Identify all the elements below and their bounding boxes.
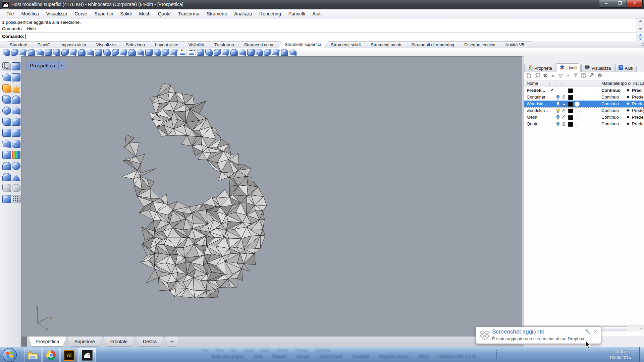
chrome-taskbar-button[interactable] bbox=[42, 348, 60, 362]
torus-srf-icon[interactable] bbox=[2, 107, 11, 115]
filter-layers-icon[interactable] bbox=[573, 73, 578, 79]
blob-srf-icon[interactable] bbox=[12, 162, 20, 170]
layer-material-icon[interactable] bbox=[575, 122, 580, 127]
scroll-down-icon[interactable] bbox=[639, 28, 642, 30]
explode-icon[interactable] bbox=[2, 84, 11, 93]
layer-table-icon[interactable] bbox=[581, 73, 586, 79]
move-up-icon[interactable] bbox=[551, 73, 555, 79]
ray-fan-icon[interactable] bbox=[12, 107, 20, 115]
layer-color-swatch[interactable] bbox=[568, 95, 573, 100]
layer-lock-icon[interactable] bbox=[562, 108, 566, 114]
menu-mesh[interactable]: Mesh bbox=[136, 9, 154, 18]
menu-visualizza[interactable]: Visualizza bbox=[43, 9, 71, 18]
ribbon-tab-strumenti-curve[interactable]: Strumenti curve bbox=[238, 41, 281, 48]
extend-srf-icon[interactable] bbox=[53, 49, 60, 56]
dropbox-notification[interactable]: Screenshot aggiunto È stato aggiunto uno… bbox=[476, 326, 601, 344]
perspective-viewport[interactable]: Prospettica z y x bbox=[21, 56, 522, 336]
rhino-taskbar-button[interactable] bbox=[78, 348, 96, 362]
move-uvn-icon[interactable] bbox=[12, 62, 20, 70]
menu-strumenti[interactable]: Strumenti bbox=[203, 9, 230, 18]
menu-rendering[interactable]: Rendering bbox=[256, 9, 285, 18]
viewport-tab-prospettica[interactable]: Prospettica bbox=[29, 337, 66, 347]
layer-row-container[interactable]: ContainerContinuo◆Prede bbox=[524, 94, 644, 101]
command-spinners[interactable] bbox=[636, 33, 644, 41]
srf-curve-network-icon[interactable] bbox=[36, 49, 44, 56]
show-desktop-button[interactable] bbox=[639, 347, 644, 362]
layer-material-icon[interactable] bbox=[575, 102, 580, 107]
layer-material-icon[interactable] bbox=[575, 115, 580, 120]
layer-row-quote[interactable]: QuoteContinuo◆Prede bbox=[524, 121, 644, 127]
command-history-scrollbar[interactable] bbox=[636, 18, 644, 33]
restore-button[interactable]: ❐ bbox=[613, 0, 627, 8]
panel-tab-visualizza[interactable]: Visualizza bbox=[581, 64, 614, 72]
blend-crv-icon[interactable] bbox=[2, 118, 11, 126]
grid-dots-icon[interactable] bbox=[12, 195, 20, 203]
mesh-hand-model[interactable] bbox=[21, 57, 522, 336]
match-srf-icon[interactable] bbox=[205, 49, 213, 56]
offset-srf-icon[interactable] bbox=[230, 49, 238, 56]
ribbon-tab-trasforma[interactable]: Trasforma bbox=[208, 41, 240, 48]
patch-icon[interactable] bbox=[137, 49, 144, 56]
taskbar-clock[interactable]: 12:37 10/03/2015 bbox=[606, 349, 635, 361]
sweep-1-rail-icon[interactable] bbox=[45, 49, 52, 56]
layer-help-icon[interactable]: ? bbox=[597, 73, 602, 79]
array-srf-icon[interactable] bbox=[281, 49, 288, 56]
pipe-icon[interactable] bbox=[120, 49, 127, 56]
layer-lock-icon[interactable] bbox=[562, 102, 566, 107]
menu-trasforma[interactable]: Trasforma bbox=[174, 9, 203, 18]
texture-map-icon[interactable] bbox=[12, 151, 20, 159]
menu-solidi[interactable]: Solidi bbox=[116, 9, 135, 18]
corner-points-srf-icon[interactable] bbox=[19, 49, 27, 56]
srf-3pt-icon[interactable] bbox=[3, 49, 10, 56]
illustrator-taskbar-button[interactable]: Ai bbox=[60, 348, 78, 362]
menu-modifica[interactable]: Modifica bbox=[18, 9, 43, 18]
merge-srf-icon[interactable] bbox=[214, 49, 221, 56]
panel-tab-livelli[interactable]: Livelli bbox=[556, 63, 581, 72]
ribbon-srf-icon[interactable] bbox=[128, 49, 136, 56]
layer-material-icon[interactable] bbox=[575, 108, 580, 113]
ribbon-tab-disegno-tecnico[interactable]: Disegno tecnico bbox=[458, 41, 502, 48]
chevron-down-icon[interactable] bbox=[58, 61, 65, 70]
chamfer-srf-icon[interactable] bbox=[256, 49, 263, 56]
scrollbar-thumb[interactable] bbox=[600, 326, 627, 331]
move-down-icon[interactable] bbox=[558, 73, 563, 79]
ribbon-tab-novità-v5[interactable]: Novità V5 bbox=[499, 41, 531, 48]
ribbon-tab-strumenti-superfici[interactable]: Strumenti superfici bbox=[278, 41, 327, 48]
layer-material-icon[interactable] bbox=[575, 95, 580, 100]
plane-corner-icon[interactable] bbox=[12, 129, 20, 137]
viewport-title-label[interactable]: Prospettica bbox=[26, 63, 58, 68]
drape-icon[interactable] bbox=[145, 49, 153, 56]
loft-icon[interactable] bbox=[28, 49, 35, 56]
layer-lock-icon[interactable] bbox=[562, 95, 566, 101]
select-arrow-icon[interactable] bbox=[2, 62, 11, 70]
layer-lock-icon[interactable] bbox=[562, 122, 566, 127]
connect-srf-icon[interactable] bbox=[264, 49, 271, 56]
layer-color-swatch[interactable] bbox=[568, 102, 573, 107]
ribbon-tab-visualizza[interactable]: Visualizza bbox=[90, 41, 122, 48]
duplicate-layer-icon[interactable] bbox=[535, 73, 540, 79]
gear-icon[interactable] bbox=[641, 42, 644, 49]
patch-srf-icon[interactable] bbox=[12, 96, 20, 104]
command-history[interactable]: 1 polisuperficie aggiunta alla selezione… bbox=[0, 18, 636, 33]
viewport-title[interactable]: Prospettica bbox=[26, 61, 65, 70]
menu-superfici[interactable]: Superfici bbox=[91, 9, 116, 18]
notification-settings-icon[interactable]: 🔧 bbox=[585, 329, 590, 334]
srf-pts-icon[interactable] bbox=[2, 140, 11, 148]
ribbon-tab-strumenti-solidi[interactable]: Strumenti solidi bbox=[324, 41, 367, 48]
layer-visibility-bulb-icon[interactable] bbox=[556, 102, 560, 107]
close-button[interactable]: ✕ bbox=[627, 0, 643, 8]
layer-color-swatch[interactable] bbox=[568, 109, 573, 113]
menu-analizza[interactable]: Analizza bbox=[230, 9, 256, 18]
menu-aiuti[interactable]: Aiuti bbox=[309, 9, 325, 18]
cutplane-icon[interactable] bbox=[2, 151, 11, 159]
blend-srf-icon[interactable] bbox=[239, 49, 246, 56]
gem-srf-icon[interactable] bbox=[12, 140, 20, 148]
layer-row-mesh[interactable]: MeshContinuo◆Prede bbox=[524, 114, 644, 121]
panel-tab-proprietà[interactable]: Proprietà bbox=[524, 64, 555, 72]
cylinder-icon[interactable] bbox=[2, 162, 11, 170]
layer-visibility-bulb-icon[interactable] bbox=[556, 122, 560, 127]
hook-curve-icon[interactable] bbox=[2, 184, 11, 192]
plane-srf-icon[interactable] bbox=[2, 129, 11, 137]
command-input[interactable]: Comando: bbox=[0, 33, 636, 41]
layer-column-headers[interactable]: Nome Materiale Tipo di lin... Largh bbox=[524, 80, 644, 87]
